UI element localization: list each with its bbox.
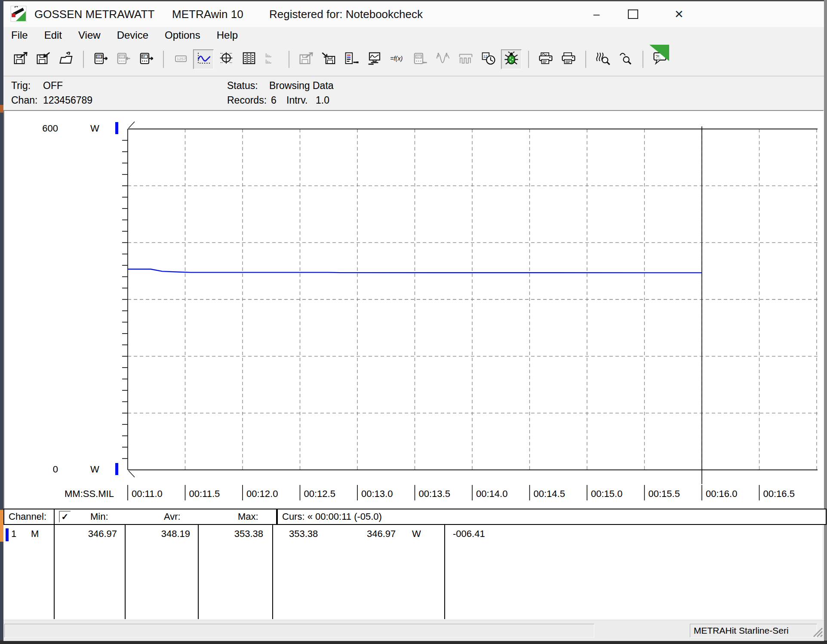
table-divider [272,525,273,619]
read-memory-button[interactable]: M [136,49,157,69]
statusbar-device-cell: METRAHit Starline-Seri [690,624,817,638]
close-button[interactable]: ✕ [667,4,692,25]
floppy-out-icon [13,52,28,67]
print-preview-icon [538,52,553,67]
svg-text:321: 321 [97,55,102,58]
table-view-button[interactable] [239,49,259,69]
header-avr-label: Avr: [164,511,181,522]
minimize-button[interactable]: – [584,4,609,25]
menu-item-options[interactable]: Options [165,29,200,41]
line-chart-view-button[interactable] [193,49,214,69]
y-min-unit: W [90,464,99,475]
header-min-label: Min: [90,511,108,522]
save-data-button[interactable] [33,49,54,69]
row-min-value: 346.97 [59,528,117,540]
menu-item-device[interactable]: Device [117,29,148,41]
chart-line-icon [196,52,211,67]
resize-grip[interactable] [812,626,823,638]
send-device-button: 321 [113,49,134,69]
monitor-icon [367,52,382,67]
svg-text:=f(x): =f(x) [390,55,403,62]
app-logo-icon [10,6,27,24]
window-border-bottom [0,641,827,644]
menu-item-edit[interactable]: Edit [44,29,62,41]
open-file-button[interactable] [56,49,77,69]
menu-item-help[interactable]: Help [217,29,238,41]
row-channel-color-marker [6,528,9,541]
channels-icon [344,52,360,67]
header-channel-cell: Channel: [3,509,59,525]
menu-item-file[interactable]: File [11,29,28,41]
histogram-icon [264,52,280,67]
svg-text:M: M [142,55,145,58]
title-bar: GOSSEN METRAWATT METRAwin 10 Registered … [3,1,824,27]
status-bar: METRAHit Starline-Seri [3,620,824,641]
xy-view-button[interactable] [216,49,237,69]
title-app: METRAwin 10 [172,8,243,21]
meter-in-icon: 321 [116,52,131,67]
y-max-label: 600 [37,123,58,134]
channel-settings-button[interactable] [341,49,362,69]
svg-text:1257: 1257 [177,56,186,61]
header-channel-label: Channel: [9,511,46,522]
zoom-out-button[interactable] [615,49,636,69]
maximize-button[interactable] [621,4,646,25]
table-divider [444,525,445,619]
meter-out-icon: 321 [93,52,108,67]
records-value: 6 [271,95,277,106]
table-icon [241,52,257,67]
save-config-button [296,49,317,69]
row-channel-mode: M [31,528,39,540]
row-cursor-delta-value: -006.41 [453,528,485,540]
statusbar-device-name: METRAHit Starline-Seri [694,626,789,636]
header-cursor-cell: Curs: « 00:00:11 (-05.0) [277,509,827,525]
formula-button[interactable]: =f(x) [387,49,408,69]
meter-cfg-icon: 321 [412,52,428,67]
toolbar: 321321M1257=f(x)32112?!. [3,43,824,77]
table-divider [198,525,199,619]
printer-icon [561,52,576,67]
device-settings-button: 321 [410,49,430,69]
background-window-sliver [0,510,3,542]
print-preview-button[interactable] [535,49,556,69]
zoom-in-button[interactable] [593,49,613,69]
pulse-analysis-button [455,49,476,69]
floppy-cfg-icon [298,52,314,67]
chan-label: Chan: [11,95,37,106]
menu-item-view[interactable]: View [78,29,101,41]
save-export-button[interactable] [10,49,31,69]
menu-bar: FileEditViewDeviceOptionsHelp [3,27,824,43]
toolbar-separator [83,51,84,68]
chart-cross-icon [218,52,234,67]
clock-icon: 12 [481,52,496,67]
load-config-button[interactable] [319,49,339,69]
lcd-icon: 1257 [173,52,188,67]
row-channel-number: 1 [11,528,16,540]
window-border-right [824,0,827,644]
read-device-button[interactable]: 321 [90,49,111,69]
meter-m-icon: M [138,52,154,67]
numeric-display-button: 1257 [170,49,191,69]
row-cursor-right-value: 346.97 [367,528,396,540]
y-min-label: 0 [37,464,58,475]
channel-color-marker-bottom [115,463,118,475]
chart-plot-area[interactable] [3,110,824,510]
title-brand: GOSSEN METRAWATT [34,8,154,21]
floppy-in-icon [36,52,51,67]
time-settings-button[interactable]: 12 [478,49,499,69]
debug-button[interactable] [501,49,522,69]
channel-visibility-checkbox[interactable]: ✓ [59,511,71,523]
bug-icon [504,52,519,67]
toolbar-separator [643,51,643,68]
zoom-wave-icon [618,52,633,67]
folder-icon [58,52,74,67]
chan-value: 123456789 [43,95,92,106]
trig-label: Trig: [11,80,31,92]
header-max-label: Max: [238,511,258,522]
metrawin-window: GOSSEN METRAWATT METRAwin 10 Registered … [0,0,827,644]
svg-text:321: 321 [120,55,125,58]
print-button[interactable] [558,49,579,69]
status-label: Status: [227,80,258,92]
window-border-left [0,0,3,644]
monitor-view-button[interactable] [364,49,385,69]
